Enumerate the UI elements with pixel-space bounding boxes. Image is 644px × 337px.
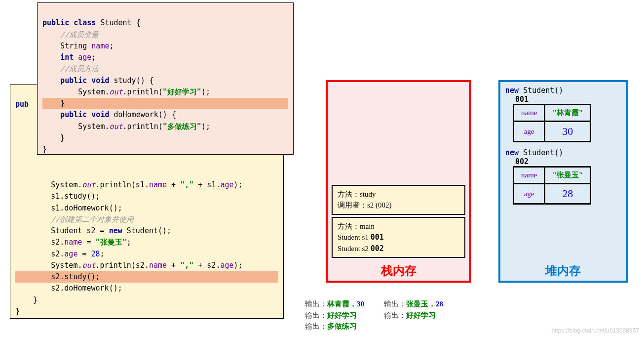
- code-comment: //成员方法: [42, 64, 99, 73]
- code-line: }: [15, 307, 20, 316]
- output-line: 输出：林青霞，30: [305, 298, 364, 310]
- keyword: pub: [15, 100, 29, 109]
- object-table: name"林青霞" age30: [513, 104, 591, 142]
- field-value: "张曼玉": [545, 167, 591, 184]
- code-line: s2.name = "张曼玉";: [15, 238, 131, 247]
- code-comment: //成员变量: [42, 30, 99, 39]
- object-label: new Student(): [505, 148, 621, 157]
- field-name: age: [514, 184, 545, 204]
- object-id: 002: [515, 157, 621, 166]
- object-label: new Student(): [505, 86, 621, 95]
- field-value: "林青霞": [545, 105, 591, 122]
- code-line: }: [15, 295, 38, 304]
- field-name: name: [514, 167, 545, 184]
- stack-memory-box: 方法：study 调用者：s2 (002) 方法：main Student s1…: [326, 80, 471, 283]
- output-column-1: 输出：林青霞，30 输出：好好学习 输出：多做练习: [305, 298, 364, 332]
- heap-title: 堆内存: [500, 263, 626, 279]
- code-line: Student s2 = new Student();: [15, 226, 171, 235]
- output-line: 输出：好好学习: [384, 310, 443, 321]
- heap-memory-box: new Student() 001 name"林青霞" age30 new St…: [498, 80, 628, 283]
- object-table: name"张曼玉" age28: [513, 166, 591, 205]
- code-line: System.out.println("多做练习");: [42, 122, 210, 131]
- output-line: 输出：张曼玉，28: [384, 298, 443, 310]
- field-name: name: [514, 105, 545, 122]
- code-line: }: [42, 133, 65, 142]
- stack-title: 栈内存: [328, 263, 469, 279]
- code-line: System.out.println("好好学习");: [42, 87, 210, 96]
- frame-line: 方法：study: [338, 189, 459, 200]
- stack-frame-main: 方法：main Student s1 001 Student s2 002: [332, 217, 465, 258]
- field-value: 28: [545, 184, 591, 204]
- output-line: 输出：多做练习: [305, 321, 364, 332]
- heap-object-2: new Student() 002 name"张曼玉" age28: [505, 148, 621, 205]
- code-line: s2.age = 28;: [15, 250, 105, 258]
- code-line: s1.study();: [15, 192, 100, 201]
- code-line: System.out.println(s2.name + "," + s2.ag…: [15, 261, 243, 270]
- code-line: String name;: [42, 42, 114, 50]
- field-value: 30: [545, 122, 591, 142]
- heap-object-1: new Student() 001 name"林青霞" age30: [505, 86, 621, 142]
- code-line: }: [42, 145, 47, 154]
- code-comment: //创建第二个对象并使用: [15, 215, 134, 224]
- code-box-student-class: public class Student { //成员变量 String nam…: [37, 2, 294, 155]
- code-line: public void doHomework() {: [42, 110, 176, 119]
- output-column-2: 输出：张曼玉，28 输出：好好学习: [384, 298, 443, 332]
- watermark: https://blog.csdn.net/u013598957: [552, 327, 639, 334]
- output-section: 输出：林青霞，30 输出：好好学习 输出：多做练习 输出：张曼玉，28 输出：好…: [305, 298, 443, 332]
- frame-line: 方法：main: [338, 221, 459, 232]
- output-line: 输出：好好学习: [305, 310, 364, 321]
- code-line-highlighted: s2.study();: [15, 271, 278, 283]
- stack-frame-study: 方法：study 调用者：s2 (002): [332, 185, 465, 215]
- field-name: age: [514, 122, 545, 142]
- frame-line: Student s2 002: [338, 243, 459, 254]
- code-line: System.out.println(s1.name + "," + s1.ag…: [15, 180, 243, 189]
- stack-frames: 方法：study 调用者：s2 (002) 方法：main Student s1…: [328, 183, 469, 260]
- code-line: s2.doHomework();: [15, 284, 122, 293]
- frame-line: 调用者：s2 (002): [338, 200, 459, 211]
- code-line: public void study() {: [42, 76, 154, 85]
- code-line: s1.doHomework();: [15, 204, 122, 212]
- object-id: 001: [515, 95, 621, 104]
- code-line: public class Student {: [42, 18, 141, 27]
- frame-line: Student s1 001: [338, 232, 459, 243]
- code-line-highlighted: }: [42, 98, 288, 109]
- code-line: int age;: [42, 53, 96, 62]
